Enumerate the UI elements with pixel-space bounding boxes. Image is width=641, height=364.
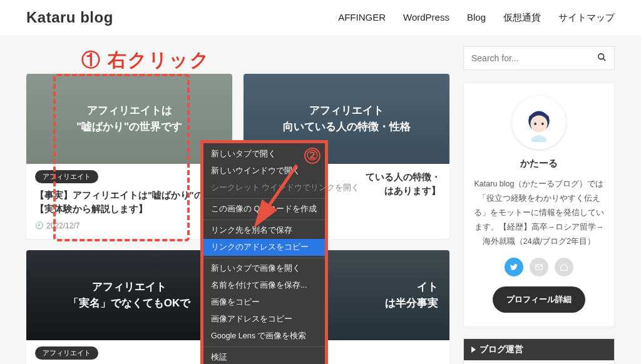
profile-card: かたーる Kataru blog（かたーるブログ）では「役立つ経験をわかりやすく… xyxy=(463,83,615,327)
post-date: 2022/12/7 xyxy=(35,221,223,230)
search-input[interactable] xyxy=(471,53,597,63)
search-box[interactable] xyxy=(463,46,615,70)
nav-item-blog[interactable]: Blog xyxy=(467,12,486,24)
profile-name: かたーる xyxy=(473,154,605,172)
nav-item-affinger[interactable]: AFFINGER xyxy=(338,12,386,24)
thumb-text: アフィリエイト xyxy=(92,279,167,295)
post-title: 【事実】アフィリエイトは"嘘ばかり"の世界【実体験から解説します】 xyxy=(35,188,223,216)
profile-bio: Kataru blog（かたーるブログ）では「役立つ経験をわかりやすく伝える」を… xyxy=(473,177,605,250)
ctx-copy-image[interactable]: 画像をコピー xyxy=(203,294,325,311)
ctx-save-image-as[interactable]: 名前を付けて画像を保存... xyxy=(203,277,325,294)
nav-item-wordpress[interactable]: WordPress xyxy=(403,12,449,24)
ctx-separator xyxy=(203,220,325,220)
nav-item-crypto[interactable]: 仮想通貨 xyxy=(503,12,541,24)
svg-point-3 xyxy=(530,115,547,132)
category-item-seo[interactable]: SEO xyxy=(464,360,614,364)
svg-line-1 xyxy=(603,58,605,61)
ctx-save-link-as[interactable]: リンク先を別名で保存 xyxy=(203,222,325,239)
ctx-qr-code[interactable]: この画像の QR コードを作成 xyxy=(203,201,325,218)
svg-point-0 xyxy=(598,54,604,59)
annotation-step1: ① 右クリック xyxy=(81,48,210,73)
svg-point-4 xyxy=(534,123,536,125)
thumb-text: は半分事実 xyxy=(385,295,438,311)
main-nav: AFFINGER WordPress Blog 仮想通貨 サイトマップ xyxy=(338,12,615,24)
profile-detail-button[interactable]: プロフィール詳細 xyxy=(493,286,585,313)
twitter-icon[interactable] xyxy=(505,258,523,276)
post-tag[interactable]: アフィリエイト xyxy=(35,346,98,360)
thumb-text: "嘘ばかり"の世界です xyxy=(76,119,182,135)
thumb-text: アフィリエイトは xyxy=(87,103,172,119)
post-title-frag: はあります】 xyxy=(384,186,441,196)
home-icon[interactable] xyxy=(555,258,573,276)
ctx-separator xyxy=(203,258,325,258)
social-links xyxy=(473,258,605,276)
context-menu: ② 新しいタブで開く 新しいウインドウで開く シークレット ウインドウでリンクを… xyxy=(200,140,328,364)
ctx-separator xyxy=(203,198,325,199)
search-icon[interactable] xyxy=(597,53,607,64)
category-widget: ブログ運営 SEO WordPress xyxy=(463,338,615,364)
annotation-step2: ② xyxy=(304,148,320,164)
ctx-separator xyxy=(203,346,325,347)
sidebar: かたーる Kataru blog（かたーるブログ）では「役立つ経験をわかりやすく… xyxy=(463,46,615,364)
avatar xyxy=(512,96,566,149)
mail-icon[interactable] xyxy=(530,258,548,276)
ctx-open-image-tab[interactable]: 新しいタブで画像を開く xyxy=(203,260,325,277)
ctx-open-incognito: シークレット ウインドウでリンクを開く xyxy=(203,179,325,196)
ctx-copy-image-address[interactable]: 画像アドレスをコピー xyxy=(203,311,325,328)
post-title-frag: ている人の特徴・ xyxy=(366,172,441,182)
site-header: Kataru blog AFFINGER WordPress Blog 仮想通貨… xyxy=(0,0,641,35)
thumb-text: アフィリエイト xyxy=(309,103,384,119)
post-tag[interactable]: アフィリエイト xyxy=(35,170,98,183)
thumb-text: 向いている人の特徴・性格 xyxy=(283,119,411,135)
ctx-google-lens[interactable]: Google Lens で画像を検索 xyxy=(203,328,325,345)
site-logo[interactable]: Kataru blog xyxy=(26,9,113,26)
category-header[interactable]: ブログ運営 xyxy=(464,339,614,360)
svg-point-5 xyxy=(541,123,544,125)
ctx-copy-link-address[interactable]: リンクのアドレスをコピー xyxy=(203,239,325,256)
nav-item-sitemap[interactable]: サイトマップ xyxy=(558,12,615,24)
thumb-text: 「実名」でなくてもOKで xyxy=(68,295,191,311)
ctx-open-new-window[interactable]: 新しいウインドウで開く xyxy=(203,163,325,179)
thumb-text: イト xyxy=(417,279,438,295)
ctx-inspect[interactable]: 検証 xyxy=(203,349,325,364)
